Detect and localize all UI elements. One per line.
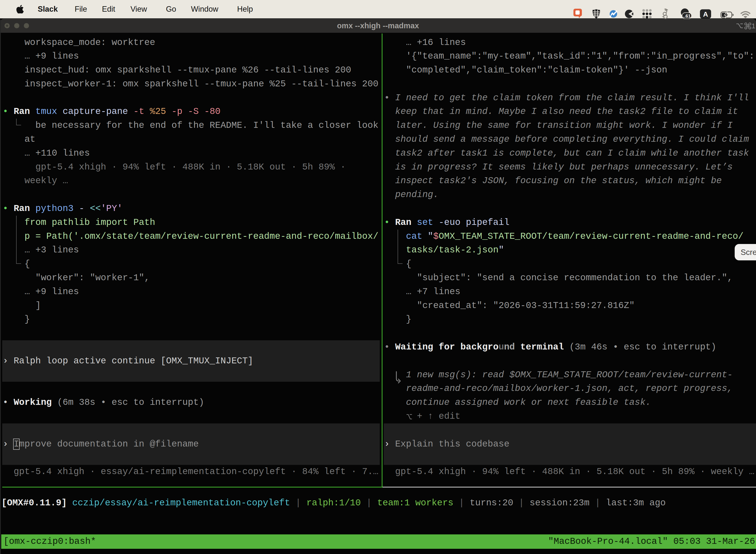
svg-text:A: A — [703, 10, 708, 18]
svg-text:1: 1 — [752, 22, 755, 30]
svg-text:..61: ..61 — [683, 13, 691, 19]
